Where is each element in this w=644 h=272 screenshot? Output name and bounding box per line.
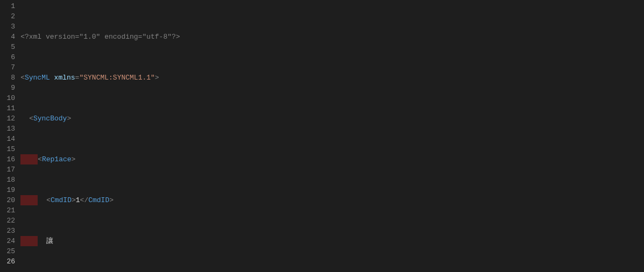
line-number: 12: [0, 113, 15, 124]
line-number: 15: [0, 144, 15, 154]
tag-syncml: SyncML: [25, 73, 50, 83]
cmdid-value: 1: [76, 195, 80, 205]
attr-xmlns: xmlns: [54, 73, 75, 83]
text-content: 讓: [46, 236, 53, 246]
tag-replace: Rep1ace: [42, 154, 72, 164]
line-number: 1: [0, 1, 15, 11]
code-line[interactable]: <SyncML xmlns="SYNCML:SYNCML1.1">: [20, 73, 644, 83]
line-number: 4: [0, 32, 15, 42]
line-number: 5: [0, 42, 15, 52]
line-number: 19: [0, 185, 15, 195]
tag-syncbody: SyncBody: [33, 113, 67, 124]
tag-cmdid: CmdID: [51, 195, 72, 205]
line-number: 3: [0, 22, 15, 32]
tag-cmdid-close: CmdID: [88, 195, 109, 205]
line-number: 6: [0, 52, 15, 62]
code-line[interactable]: 讓: [20, 236, 644, 246]
line-number: 25: [0, 246, 15, 256]
attr-value: "SYNCML:SYNCML1.1": [79, 73, 154, 83]
line-number: 24: [0, 236, 15, 246]
line-number: 13: [0, 124, 15, 134]
code-line[interactable]: <CmdID>1</CmdID>: [20, 195, 644, 205]
line-number: 16: [0, 154, 15, 164]
line-number: 10: [0, 93, 15, 103]
line-number: 20: [0, 195, 15, 205]
line-number: 18: [0, 175, 15, 185]
line-number: 17: [0, 164, 15, 175]
diff-marker: [20, 195, 38, 205]
line-number: 14: [0, 134, 15, 144]
diff-marker: [20, 154, 38, 164]
code-area[interactable]: <?xml version="1.0" encoding="utf-8"?> <…: [20, 0, 644, 272]
code-editor[interactable]: 1 2 3 4 5 6 7 8 9 10 11 12 13 14 15 16 1…: [0, 0, 644, 272]
line-number: 21: [0, 205, 15, 216]
line-number: 9: [0, 83, 15, 93]
xml-declaration: <?xml version="1.0" encoding="utf-8"?>: [20, 32, 180, 42]
code-line[interactable]: <Rep1ace>: [20, 154, 644, 164]
line-number: 22: [0, 216, 15, 226]
diff-marker: [20, 236, 38, 246]
line-number: 23: [0, 226, 15, 236]
line-number-gutter: 1 2 3 4 5 6 7 8 9 10 11 12 13 14 15 16 1…: [0, 0, 20, 272]
line-number: 8: [0, 73, 15, 83]
line-number: 26: [0, 256, 15, 267]
code-line[interactable]: <?xml version="1.0" encoding="utf-8"?>: [20, 32, 644, 42]
line-number: 2: [0, 11, 15, 22]
code-line[interactable]: <SyncBody>: [20, 113, 644, 124]
line-number: 11: [0, 103, 15, 113]
line-number: 7: [0, 62, 15, 73]
